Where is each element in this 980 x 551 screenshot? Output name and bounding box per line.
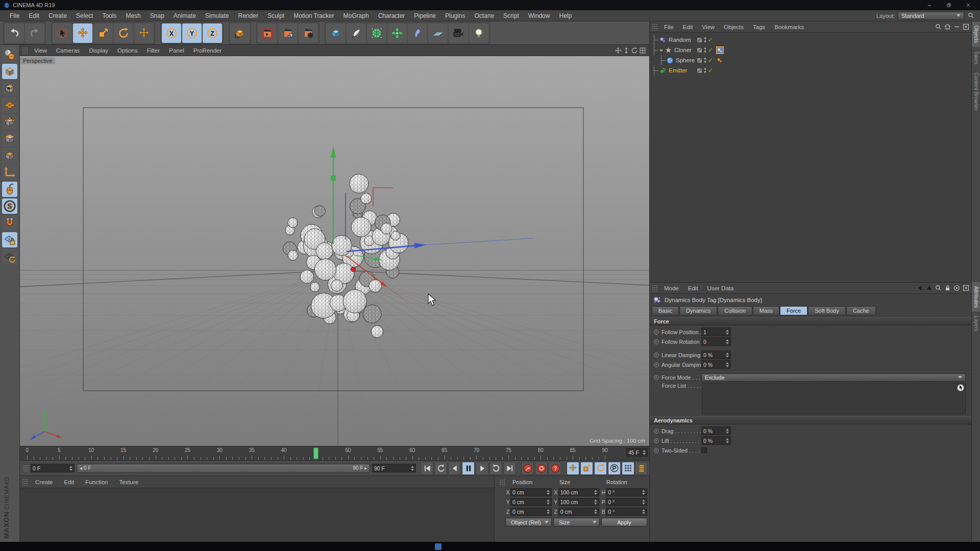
current-frame-field[interactable]: 45 F xyxy=(626,448,648,457)
tab-dynamics[interactable]: Dynamics xyxy=(679,306,717,315)
object-toggles[interactable]: ✓ xyxy=(697,57,713,63)
material-menu-edit[interactable]: Edit xyxy=(59,479,80,485)
menu-simulate[interactable]: Simulate xyxy=(201,10,234,21)
toggle-view-icon[interactable] xyxy=(639,47,646,54)
object-row-random[interactable]: Random ✓ xyxy=(650,35,972,45)
panel-grip[interactable] xyxy=(22,47,28,54)
stepper-arrows[interactable] xyxy=(68,466,72,471)
menu-animate[interactable]: Animate xyxy=(169,10,201,21)
material-menu-texture[interactable]: Texture xyxy=(113,479,144,485)
coord-value-field[interactable]: 0 cm xyxy=(510,488,552,496)
next-frame-icon[interactable] xyxy=(476,462,488,475)
goto-start-icon[interactable] xyxy=(421,462,433,475)
keyframe-selection-icon[interactable]: ? xyxy=(549,462,561,475)
record-position-icon[interactable] xyxy=(567,462,579,475)
panel-grip[interactable] xyxy=(652,23,658,31)
add-subdivision-icon[interactable] xyxy=(367,23,386,43)
target-icon[interactable] xyxy=(953,284,961,292)
range-start-field[interactable]: 0 F xyxy=(31,464,75,472)
stepper-arrows[interactable] xyxy=(641,490,645,495)
live-selection-icon[interactable] xyxy=(53,23,72,43)
attribute-menu-user-data[interactable]: User Data xyxy=(703,285,739,291)
stepper-arrows[interactable] xyxy=(593,509,597,514)
play-forwards-icon[interactable] xyxy=(489,462,502,475)
tab-cache[interactable]: Cache xyxy=(846,306,876,315)
range-end-field[interactable]: 90 F xyxy=(372,464,416,472)
animation-dot[interactable] xyxy=(654,353,659,358)
attribute-menu-edit[interactable]: Edit xyxy=(683,285,703,291)
close-icon[interactable] xyxy=(960,1,977,10)
object-toggles[interactable]: ✓ xyxy=(697,67,713,73)
viewport-menu-filter[interactable]: Filter xyxy=(142,47,165,54)
viewport-menu-prorender[interactable]: ProRender xyxy=(189,47,227,54)
menu-window[interactable]: Window xyxy=(524,10,555,21)
coord-value-field[interactable]: 0 ° xyxy=(606,508,647,516)
add-mograph-icon[interactable] xyxy=(387,23,407,43)
key-interpolation-icon[interactable] xyxy=(635,462,648,475)
param-checkbox[interactable] xyxy=(701,447,707,453)
render-picture-viewer-icon[interactable] xyxy=(278,23,298,43)
record-active-objects-icon[interactable] xyxy=(521,462,534,475)
object-manager-menu-file[interactable]: File xyxy=(659,24,678,30)
menu-edit[interactable]: Edit xyxy=(24,10,44,21)
dock-tab-content-browser[interactable]: Content Browser xyxy=(972,68,980,114)
previous-frame-icon[interactable] xyxy=(448,462,461,475)
play-backwards-icon[interactable] xyxy=(434,462,447,475)
dock-tab-objects[interactable]: Objects xyxy=(972,21,980,47)
taskbar-app-icon[interactable] xyxy=(435,543,442,550)
viewport-menu-view[interactable]: View xyxy=(30,47,52,54)
stepper-arrows[interactable] xyxy=(641,509,645,514)
last-tool-icon[interactable] xyxy=(134,23,154,43)
points-mode-icon[interactable] xyxy=(2,114,17,130)
stepper-arrows[interactable] xyxy=(724,353,729,358)
coord-value-field[interactable]: 100 cm xyxy=(558,498,600,506)
menu-create[interactable]: Create xyxy=(44,10,71,21)
lock-x-icon[interactable]: X xyxy=(162,23,181,43)
material-menu-function[interactable]: Function xyxy=(80,479,113,485)
workplane-icon[interactable] xyxy=(2,249,17,264)
make-editable-icon[interactable] xyxy=(2,47,17,62)
timeline-ruler[interactable]: 05101520253035404550556065707580859045 F xyxy=(20,446,649,461)
minimize-icon[interactable] xyxy=(953,23,961,31)
object-tags[interactable] xyxy=(716,57,723,64)
record-scale-icon[interactable] xyxy=(580,462,593,475)
stepper-arrows[interactable] xyxy=(593,490,597,495)
attribute-menu-mode[interactable]: Mode xyxy=(659,285,683,291)
panel-grip[interactable] xyxy=(22,479,28,486)
dynamics-body-tag-selected[interactable] xyxy=(716,46,724,54)
panel-grip[interactable] xyxy=(23,465,29,472)
tab-mass[interactable]: Mass xyxy=(753,306,779,315)
object-toggles[interactable]: ✓ xyxy=(697,47,713,53)
axis-mode-icon[interactable] xyxy=(2,165,17,180)
magnet-snap-icon[interactable] xyxy=(2,215,17,231)
layout-dropdown[interactable]: Standard xyxy=(898,12,964,20)
add-floor-icon[interactable] xyxy=(428,23,448,43)
animation-dot[interactable] xyxy=(654,330,659,335)
history-back-icon[interactable] xyxy=(916,284,924,292)
move-tool-icon[interactable] xyxy=(73,23,92,43)
pause-icon[interactable] xyxy=(462,462,475,475)
object-manager-menu-bookmarks[interactable]: Bookmarks xyxy=(770,24,808,30)
record-rotation-icon[interactable] xyxy=(594,462,607,475)
param-value-field[interactable]: 0 xyxy=(701,337,731,346)
panel-grip[interactable] xyxy=(652,285,658,292)
add-panel-icon[interactable] xyxy=(962,284,970,292)
coord-mode-dropdown[interactable]: Size xyxy=(553,518,600,527)
record-parameter-icon[interactable]: P xyxy=(608,462,621,475)
add-deformer-icon[interactable] xyxy=(408,23,427,43)
animation-dot[interactable] xyxy=(654,375,659,380)
coord-value-field[interactable]: 0 ° xyxy=(606,488,647,496)
tab-force[interactable]: Force xyxy=(780,306,807,315)
edges-mode-icon[interactable] xyxy=(2,131,17,146)
polygons-mode-icon[interactable] xyxy=(2,148,17,163)
add-cube-icon[interactable] xyxy=(326,23,346,43)
menu-file[interactable]: File xyxy=(5,10,24,21)
goto-end-icon[interactable] xyxy=(503,462,516,475)
dock-tab-layers[interactable]: Layers xyxy=(972,312,980,335)
animation-dot[interactable] xyxy=(654,448,659,453)
menu-sculpt[interactable]: Sculpt xyxy=(263,10,289,21)
menu-plugins[interactable]: Plugins xyxy=(440,10,470,21)
add-spline-icon[interactable] xyxy=(347,23,366,43)
dynamics-body-tag[interactable] xyxy=(716,57,723,64)
menu-script[interactable]: Script xyxy=(499,10,524,21)
